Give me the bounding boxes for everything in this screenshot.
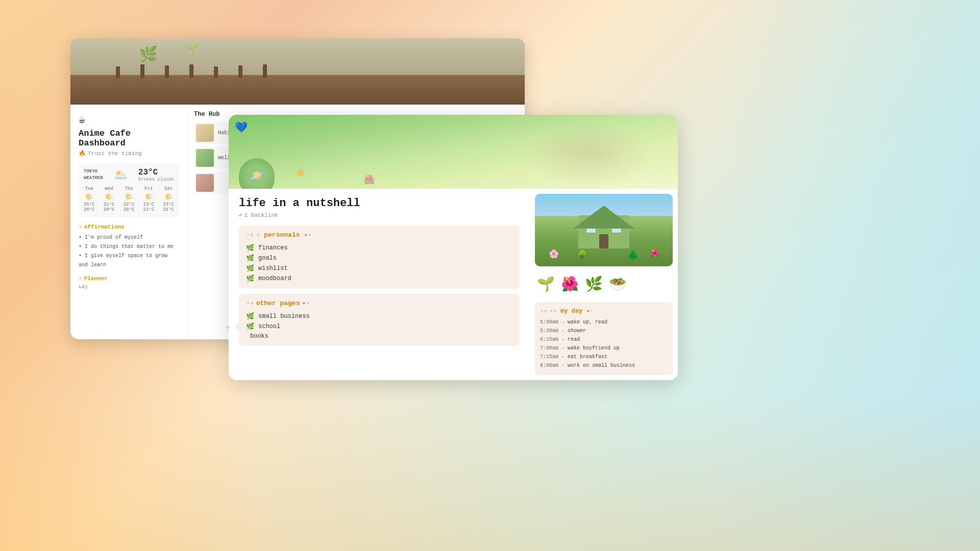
finances-label: finances (258, 244, 288, 252)
day-label-tue: Tue (84, 186, 95, 191)
mascot-emoji: 🪐 (249, 168, 265, 184)
flower-3: 🌺 (363, 174, 375, 185)
schedule-item-4: 7:00am - wake boyfriend up (540, 344, 668, 353)
hub-item-img-1 (196, 124, 214, 142)
garden-flower-1: 🌸 (549, 249, 559, 259)
weather-location: TOKYOWEATHER (84, 168, 103, 181)
sparkle-icon-3: ✦· (302, 299, 310, 307)
smallbiz-label: small business (258, 313, 310, 320)
day-icon-sat: 🌤️ (163, 192, 174, 201)
task-1: wake up, read (568, 318, 607, 327)
other-pages-item-school[interactable]: 🌿 school (246, 321, 512, 332)
moodboard-icon: 🌿 (246, 274, 254, 283)
personals-item-finances[interactable]: 🌿 finances (246, 243, 512, 253)
day-label-wed: Wed (104, 186, 115, 191)
sparkle-icon-1: ·✧ (246, 231, 254, 239)
planner-label: Planner (84, 276, 108, 282)
schedule-item-2: 5:30am - shower (540, 327, 668, 335)
lightning-icon: ⚡ (79, 223, 82, 230)
task-2: shower (568, 327, 586, 335)
schedule-item-5: 7:15am - eat breakfast (540, 353, 668, 361)
dashboard-title: Anime Cafe Dashboard (79, 129, 179, 148)
drag-handle-icon: ⠿ (235, 325, 240, 332)
weather-icon-main: 🌥️ (114, 168, 128, 182)
plant-3: 🌿 (585, 276, 603, 293)
bg-bottom-gradient (0, 398, 980, 551)
weather-day-tue: Tue 🌤️ 25°C 20°C (84, 186, 95, 212)
weather-day-fri: Fri 🌤️ 23°C 21°C (143, 186, 155, 212)
other-pages-label: other pages (256, 299, 300, 307)
my-day-title: ·✧ ·✧ my day ✦· (540, 307, 668, 315)
time-4: 7:00am - (540, 344, 565, 353)
garden-tree-2: 🌲 (627, 249, 639, 261)
fire-emoji: 🔥 (79, 150, 86, 157)
day-high-fri: 23°C (143, 202, 155, 207)
schedule-item-3: 6:15am - read (540, 335, 668, 344)
affirmation-item-3: I give myself space to grow and learn (79, 252, 179, 270)
weather-location-block: TOKYOWEATHER (84, 168, 103, 181)
heart-icon: 💙 (235, 121, 248, 134)
day-low-wed: 20°C (104, 207, 115, 212)
day-low-fri: 21°C (143, 207, 155, 212)
character-glow (525, 120, 652, 186)
cafe-icon: ☕ (79, 113, 179, 127)
plant-1: 🌱 (537, 276, 555, 293)
time-2: 5:30am - (540, 327, 565, 335)
day-icon-fri: 🌤️ (143, 192, 155, 201)
weather-day-wed: Wed 🌤️ 21°C 20°C (104, 186, 115, 212)
check-icon: ✓ (239, 212, 242, 218)
cafe-scene: 🌿 🌱 (70, 38, 525, 105)
trust-timing-label: Trust the timing (88, 151, 142, 157)
cafe-header-image: 🌿 🌱 (70, 38, 525, 105)
time-3: 6:15am - (540, 335, 565, 344)
day-low-sat: 21°C (163, 207, 174, 212)
day-high-tue: 25°C (84, 202, 95, 207)
lightning-icon-2: ⚡ (79, 275, 82, 282)
time-6: 8:00am - (540, 361, 565, 370)
wishlist-icon: 🌿 (246, 264, 254, 272)
sparkle-icon-2: ·✧ (246, 299, 254, 307)
add-button[interactable]: + ⠿ (226, 323, 240, 333)
garden-tree-1: 🌳 (576, 249, 587, 261)
personals-item-goals[interactable]: 🌿 goals (246, 253, 512, 263)
weather-temp-block: 23°C broken clouds (138, 168, 174, 182)
other-pages-item-books[interactable]: books (246, 332, 512, 341)
planner-title: ⚡ Planner (79, 275, 179, 282)
affirmation-item-1: I'm proud of myself (79, 233, 179, 242)
task-4: wake boyfriend up (568, 344, 620, 353)
backlink[interactable]: ✓ 1 backlink (239, 212, 520, 218)
house-roof (573, 206, 634, 229)
flower-2: 🌼 (296, 169, 305, 178)
hub-item-img-3 (196, 174, 214, 192)
personals-item-moodboard[interactable]: 🌿 moodboard (246, 273, 512, 284)
day-label-thu: Thu (124, 186, 135, 191)
hub-item-img-2 (196, 149, 214, 167)
weather-top: TOKYOWEATHER 🌥️ 23°C broken clouds (84, 168, 174, 182)
personals-title: ·✧ ✧ personals ✦· (246, 231, 512, 239)
schedule-item-1: 5:00am - wake up, read (540, 318, 668, 327)
moodboard-label: moodboard (258, 275, 291, 282)
personals-item-wishlist[interactable]: 🌿 wishlist (246, 263, 512, 273)
task-5: eat breakfast (568, 353, 607, 361)
affirmation-list: I'm proud of myself I do things that mat… (79, 233, 179, 270)
smallbiz-icon: 🌿 (246, 312, 254, 320)
other-pages-section: ·✧ other pages ✦· 🌿 small business 🌿 sch… (239, 294, 520, 346)
plants-row: 🌱 🌺 🌿 🥗 (535, 271, 673, 297)
right-card-header: 🌸 🌼 🌺 💙 🪐 (229, 115, 678, 189)
bg-right-gradient (725, 0, 980, 551)
day-label-sat: Sat (163, 186, 174, 191)
affirmation-badge: 🔥 Trust the timing (79, 150, 179, 157)
my-day-section: ·✧ ·✧ my day ✦· 5:00am - wake up, read 5… (535, 302, 673, 375)
plus-icon: + (226, 323, 231, 333)
day-label-fri: Fri (143, 186, 155, 191)
day-icon-thu: 🌤️ (124, 192, 135, 201)
goals-icon: 🌿 (246, 254, 254, 262)
other-pages-item-smallbiz[interactable]: 🌿 small business (246, 311, 512, 321)
weather-widget: TOKYOWEATHER 🌥️ 23°C broken clouds Tue 🌤… (79, 163, 179, 217)
task-6: work on small business (568, 361, 635, 370)
right-main-content: life in a nutshell ✓ 1 backlink ·✧ ✧ per… (229, 189, 530, 380)
planner-section: ⚡ Planner ↳ay (79, 275, 179, 290)
page-title: life in a nutshell (239, 197, 520, 210)
affirmations-title: Affirmations (84, 224, 125, 230)
right-card-body: life in a nutshell ✓ 1 backlink ·✧ ✧ per… (229, 189, 678, 380)
